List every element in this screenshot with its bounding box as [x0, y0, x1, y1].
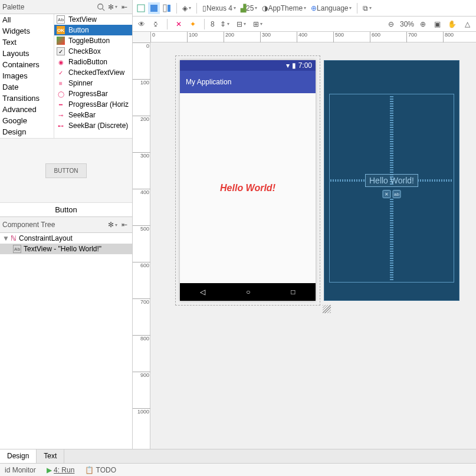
- constraint-spring-top: [390, 96, 393, 185]
- tree-child-label: TextView - "Hello World!": [24, 245, 101, 253]
- ruler-horizontal: 0100200300400500600700800: [150, 32, 476, 42]
- widget-item[interactable]: ◯ProgressBar: [54, 88, 132, 99]
- svg-rect-3: [150, 5, 157, 12]
- palette-body: AllWidgetsTextLayoutsContainersImagesDat…: [0, 14, 132, 138]
- ruler-tick: 600: [370, 32, 380, 42]
- device-preview[interactable]: ▾ ▮ 7:00 My Application Hello World! ◁ ○…: [180, 60, 316, 301]
- widget-item[interactable]: ✓CheckBox: [54, 46, 132, 57]
- todo-tool[interactable]: 📋 TODO: [85, 466, 116, 474]
- ruler-tick: 1000: [133, 408, 150, 415]
- category-item[interactable]: Design: [0, 126, 54, 137]
- tab-design[interactable]: Design: [0, 449, 37, 463]
- device-selector[interactable]: ▯Nexus 4: [201, 2, 238, 14]
- api-selector[interactable]: ▟25: [239, 2, 259, 14]
- pack-icon[interactable]: ⊞: [251, 18, 264, 30]
- collapse-icon[interactable]: ⇤: [119, 219, 130, 230]
- constraint-spring-bottom: [390, 198, 393, 280]
- android-monitor[interactable]: id Monitor: [5, 466, 36, 474]
- zoom-fit-icon[interactable]: ▣: [432, 18, 442, 30]
- widget-item[interactable]: ≡Spinner: [54, 78, 132, 88]
- language-selector[interactable]: ⊕Language: [309, 2, 353, 14]
- widget-item[interactable]: ⊷SeekBar (Discrete): [54, 120, 132, 131]
- ruler-vertical: 01002003004005006007008009001000: [133, 42, 150, 449]
- category-item[interactable]: Containers: [0, 59, 54, 70]
- category-item[interactable]: Advanced: [0, 104, 54, 115]
- category-item[interactable]: Text: [0, 37, 54, 48]
- tree-root-label: ConstraintLayout: [19, 234, 73, 242]
- design-canvas[interactable]: ▾ ▮ 7:00 My Application Hello World! ◁ ○…: [150, 42, 476, 449]
- category-item[interactable]: All: [0, 14, 54, 25]
- warnings-icon[interactable]: △: [462, 18, 472, 30]
- component-tree-title: Component Tree: [2, 221, 106, 229]
- infer-constraints-icon[interactable]: ✦: [188, 18, 198, 30]
- palette-widgets: AbTextViewOKButtonToggleButton✓CheckBox◉…: [54, 14, 132, 138]
- orientation-icon[interactable]: ◈: [180, 2, 193, 14]
- tree-root[interactable]: ▼ ℕ ConstraintLayout: [0, 233, 132, 244]
- svg-rect-4: [163, 5, 166, 12]
- pan-icon[interactable]: ✋: [446, 18, 458, 30]
- ruler-tick: 200: [133, 116, 150, 122]
- eye-icon[interactable]: 👁: [136, 18, 147, 30]
- ruler-tick: 100: [187, 32, 198, 42]
- palette-title: Palette: [2, 3, 94, 11]
- widget-item[interactable]: AbTextView: [54, 14, 132, 25]
- svg-rect-2: [137, 5, 145, 12]
- svg-line-1: [103, 8, 105, 11]
- preview-button[interactable]: BUTTON: [45, 163, 87, 178]
- component-tree: ▼ ℕ ConstraintLayout Ab TextView - "Hell…: [0, 233, 132, 449]
- gear-icon[interactable]: ✻: [107, 219, 118, 230]
- bottom-tabs: Design Text: [0, 449, 476, 463]
- align-icon[interactable]: ⊟: [235, 18, 248, 30]
- ruler-tick: 400: [297, 32, 307, 42]
- widget-item[interactable]: OKButton: [54, 25, 132, 35]
- collapse-icon[interactable]: ⇤: [119, 2, 130, 12]
- category-item[interactable]: Widgets: [0, 25, 54, 37]
- zoom-in-icon[interactable]: ⊕: [418, 18, 428, 30]
- ruler-tick: 100: [133, 79, 150, 86]
- blueprint-hello-text[interactable]: Hello World!: [365, 174, 418, 187]
- tree-child[interactable]: Ab TextView - "Hello World!": [0, 244, 132, 254]
- category-item[interactable]: Google: [0, 115, 54, 126]
- svg-point-0: [98, 4, 103, 9]
- textview-icon: Ab: [13, 245, 21, 253]
- selection-outline: [175, 55, 320, 306]
- category-item[interactable]: Images: [0, 70, 54, 81]
- default-margin[interactable]: 8: [211, 20, 215, 28]
- theme-selector[interactable]: ◑AppTheme: [260, 2, 308, 14]
- delete-constraint-icon[interactable]: ✕: [383, 190, 391, 198]
- blueprint-view[interactable]: Hello World! ✕ ab: [324, 60, 459, 301]
- margin-icon[interactable]: ⇕: [218, 18, 231, 30]
- ruler-tick: 700: [406, 32, 417, 42]
- widget-item[interactable]: ✓CheckedTextView: [54, 67, 132, 78]
- component-tree-header: Component Tree ✻ ⇤: [0, 217, 132, 233]
- ruler-tick: 300: [133, 152, 150, 159]
- widget-item[interactable]: ━ProgressBar (Horiz: [54, 99, 132, 110]
- widget-item[interactable]: ⊸SeekBar: [54, 110, 132, 120]
- variant-icon[interactable]: ⧉: [361, 2, 373, 14]
- ruler-tick: 0: [150, 32, 155, 42]
- chevron-down-icon[interactable]: ▼: [2, 234, 8, 242]
- gear-icon[interactable]: ✻: [107, 2, 118, 12]
- magnet-icon[interactable]: ⧲: [150, 18, 161, 30]
- run-tool[interactable]: ▶ 4: Run: [47, 466, 75, 474]
- status-bar-bottom: id Monitor ▶ 4: Run 📋 TODO: [0, 463, 476, 476]
- clear-constraints-icon[interactable]: ✕: [173, 18, 184, 30]
- search-icon[interactable]: [96, 2, 106, 12]
- widget-item[interactable]: ToggleButton: [54, 35, 132, 46]
- svg-rect-5: [168, 5, 170, 12]
- zoom-out-icon[interactable]: ⊖: [386, 18, 396, 30]
- view-design-icon[interactable]: [135, 2, 147, 14]
- tab-text[interactable]: Text: [37, 449, 64, 463]
- view-both-icon[interactable]: [161, 2, 173, 14]
- ruler-tick: 800: [443, 32, 454, 42]
- baseline-icon[interactable]: ab: [393, 190, 401, 198]
- category-item[interactable]: Date: [0, 81, 54, 93]
- view-blueprint-icon[interactable]: [148, 2, 160, 14]
- category-item[interactable]: Layouts: [0, 48, 54, 59]
- resize-handle[interactable]: [323, 305, 331, 313]
- category-item[interactable]: Transitions: [0, 93, 54, 104]
- ruler-tick: 700: [133, 298, 150, 305]
- widget-item[interactable]: ◉RadioButton: [54, 57, 132, 67]
- constraint-spring-left: [330, 179, 366, 182]
- ruler-tick: 500: [333, 32, 344, 42]
